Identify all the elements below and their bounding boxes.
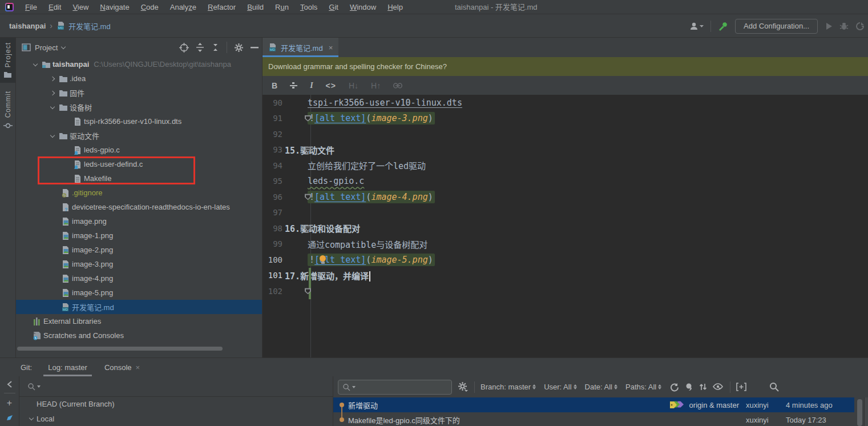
go-to-hash-icon[interactable] bbox=[685, 383, 693, 391]
image-gutter-icon[interactable] bbox=[305, 115, 311, 122]
project-tree-row[interactable]: leds-user-defind.c bbox=[16, 157, 262, 171]
tab-close-icon[interactable]: × bbox=[136, 363, 140, 372]
tree-chevron-icon[interactable] bbox=[48, 77, 57, 81]
settings-gear-icon[interactable] bbox=[234, 43, 244, 53]
menu-item[interactable]: File bbox=[19, 3, 43, 11]
tab-console[interactable]: Console × bbox=[98, 358, 147, 376]
project-tree-row[interactable]: image-4.png bbox=[16, 271, 262, 286]
paths-filter[interactable]: Paths: All bbox=[625, 383, 661, 391]
fold-marker-icon[interactable] bbox=[305, 225, 311, 231]
editor-content[interactable]: 90 tspi-rk3566-user-v10-linux.dts 91 ![a… bbox=[263, 95, 868, 357]
editor-line[interactable]: 98 16.驱动和设备配对 bbox=[263, 220, 868, 236]
commit-tool-window-button[interactable]: Commit bbox=[0, 86, 15, 134]
fold-marker-icon[interactable] bbox=[305, 147, 311, 153]
menu-item[interactable]: Tools bbox=[294, 3, 323, 11]
project-tree-row[interactable]: External Libraries bbox=[16, 314, 262, 328]
profiler-icon[interactable] bbox=[855, 22, 865, 31]
editor-line[interactable]: 91 ![alt text](image-3.png) bbox=[263, 111, 868, 127]
tree-chevron-icon[interactable] bbox=[48, 106, 57, 108]
menu-item[interactable]: Run bbox=[269, 3, 294, 11]
breadcrumb-file[interactable]: MD 开发笔记.md bbox=[56, 21, 111, 31]
branch-search[interactable] bbox=[19, 376, 333, 397]
locate-file-icon[interactable] bbox=[179, 43, 189, 53]
project-tree-row[interactable]: 驱动文件 bbox=[16, 128, 262, 143]
project-tree-row[interactable]: image.png bbox=[16, 214, 262, 228]
menu-item[interactable]: Help bbox=[382, 3, 409, 11]
menu-item[interactable]: Window bbox=[344, 3, 382, 11]
editor-tab[interactable]: MD 开发笔记.md × bbox=[263, 38, 338, 57]
editor-line[interactable]: 95 leds-gpio.c bbox=[263, 174, 868, 190]
project-tree-row[interactable]: tspi-rk3566-user-v10-linux.dts bbox=[16, 114, 262, 128]
image-gutter-icon[interactable] bbox=[305, 194, 311, 200]
commit-row[interactable]: 新增驱动 origin & master xuxinyi 4 minutes a… bbox=[333, 397, 854, 412]
editor-line[interactable]: 92 bbox=[263, 126, 868, 142]
project-tool-window-button[interactable]: Project bbox=[0, 38, 15, 83]
editor-line[interactable]: 93 15.驱动文件 bbox=[263, 142, 868, 158]
horizontal-scrollbar[interactable] bbox=[17, 347, 223, 351]
menu-item[interactable]: Refactor bbox=[202, 3, 241, 11]
tab-log-master[interactable]: Log: master bbox=[41, 358, 94, 376]
markdown-link[interactable]: [alt text] bbox=[314, 113, 366, 123]
sort-icon[interactable] bbox=[699, 383, 707, 391]
header-up-icon[interactable]: H↑ bbox=[371, 81, 381, 90]
strikethrough-icon[interactable] bbox=[290, 82, 297, 89]
menu-item[interactable]: Build bbox=[241, 3, 269, 11]
tree-chevron-icon[interactable] bbox=[31, 63, 40, 66]
project-tree-row[interactable]: Makefile bbox=[16, 171, 262, 186]
project-tree-row[interactable]: image-5.png bbox=[16, 286, 262, 300]
collapse-left-icon[interactable] bbox=[7, 381, 12, 388]
editor-line[interactable]: 97 bbox=[263, 205, 868, 221]
build-hammer-icon[interactable] bbox=[718, 21, 728, 31]
hide-panel-icon[interactable] bbox=[251, 46, 259, 49]
editor-line[interactable]: 94 立创给我们定好了一个led驱动 bbox=[263, 158, 868, 174]
refresh-icon[interactable] bbox=[669, 383, 679, 392]
notification-banner[interactable]: Download grammar and spelling checker fo… bbox=[263, 57, 868, 76]
menu-item[interactable]: Edit bbox=[43, 3, 67, 11]
project-tree-row[interactable]: taishanpai C:\Users\QINGJUE\Desktop\git\… bbox=[16, 57, 262, 71]
project-tree-row[interactable]: .gitignore bbox=[16, 186, 262, 200]
project-tree-row[interactable]: Scratches and Consoles bbox=[16, 328, 262, 343]
menu-item[interactable]: Navigate bbox=[94, 3, 135, 11]
tree-chevron-icon[interactable] bbox=[48, 135, 57, 137]
code-icon[interactable]: <> bbox=[326, 81, 336, 90]
date-filter[interactable]: Date: All bbox=[585, 383, 617, 391]
run-icon[interactable] bbox=[825, 22, 833, 30]
header-down-icon[interactable]: H↓ bbox=[349, 81, 358, 90]
project-tree-row[interactable]: 设备树 bbox=[16, 100, 262, 114]
project-tree-row[interactable]: ? devicetree-specification-readthedocs-i… bbox=[16, 200, 262, 214]
project-tree-row[interactable]: 固件 bbox=[16, 86, 262, 100]
bold-icon[interactable]: B bbox=[272, 81, 277, 90]
vertical-scrollbar[interactable] bbox=[857, 399, 862, 426]
branch-row-local[interactable]: Local bbox=[19, 412, 333, 426]
branch-filter[interactable]: Branch: master bbox=[481, 383, 536, 391]
project-tree-row[interactable]: image-3.png bbox=[16, 257, 262, 271]
breadcrumb-project[interactable]: taishanpai bbox=[9, 22, 46, 30]
link-icon[interactable] bbox=[393, 83, 402, 89]
collapse-all-icon[interactable] bbox=[211, 43, 220, 52]
eye-icon[interactable] bbox=[713, 383, 724, 391]
new-branch-icon[interactable]: + bbox=[7, 399, 12, 408]
expand-all-icon[interactable] bbox=[196, 43, 204, 52]
edit-pencil-icon[interactable] bbox=[6, 415, 13, 421]
menu-item[interactable]: View bbox=[67, 3, 94, 11]
tab-close-icon[interactable]: × bbox=[329, 43, 333, 52]
menu-item[interactable]: Analyze bbox=[164, 3, 202, 11]
project-tree-row[interactable]: image-2.png bbox=[16, 243, 262, 257]
editor-line[interactable]: 99 通过compatible与设备树配对 bbox=[263, 236, 868, 252]
tree-chevron-icon[interactable] bbox=[48, 91, 57, 95]
menu-item[interactable]: Code bbox=[135, 3, 164, 11]
project-tree-row[interactable]: leds-gpio.c bbox=[16, 143, 262, 157]
project-tree-row[interactable]: .idea bbox=[16, 71, 262, 86]
menu-item[interactable]: Git bbox=[323, 3, 344, 11]
user-filter[interactable]: User: All bbox=[544, 383, 576, 391]
user-account-icon[interactable] bbox=[689, 22, 704, 31]
project-tree-row[interactable]: image-1.png bbox=[16, 228, 262, 243]
editor-line[interactable]: 102 bbox=[263, 283, 868, 299]
markdown-link[interactable]: [alt text] bbox=[314, 192, 366, 202]
commit-row[interactable]: Makefile是led-gpio.c同级文件下的 xuxinyi Today … bbox=[333, 412, 854, 426]
editor-line[interactable]: 96 ![alt text](image-4.png) bbox=[263, 189, 868, 205]
search-everywhere-icon[interactable] bbox=[769, 382, 779, 392]
intention-bulb-icon[interactable] bbox=[319, 255, 326, 264]
project-view-selector[interactable]: Project bbox=[22, 43, 65, 52]
patch-icon[interactable] bbox=[736, 383, 746, 391]
